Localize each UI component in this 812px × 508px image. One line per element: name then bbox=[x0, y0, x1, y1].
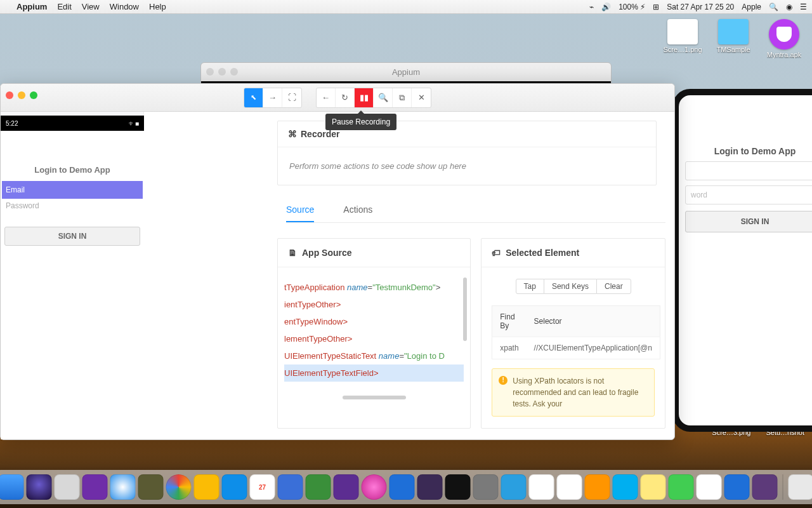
close-icon: ✕ bbox=[418, 93, 425, 102]
dock-app-icon[interactable] bbox=[585, 474, 610, 500]
back-button[interactable]: ← bbox=[317, 88, 336, 107]
tap-button[interactable]: Tap bbox=[516, 279, 544, 294]
locator-value-cell: //XCUIElementTypeApplication[@n bbox=[527, 337, 660, 359]
table-row[interactable]: xpath //XCUIElementTypeApplication[@n bbox=[492, 337, 660, 359]
status-icons: ᯤ■ bbox=[129, 120, 139, 127]
dock-app-icon[interactable] bbox=[724, 474, 750, 500]
screenshot-password-field[interactable]: Password bbox=[2, 199, 143, 217]
pause-recording-tooltip: Pause Recording bbox=[325, 114, 396, 130]
dock-siri-icon[interactable] bbox=[27, 474, 52, 500]
locator-table: Find By Selector xpath //XCUIElementType… bbox=[492, 305, 660, 359]
dock-terminal-icon[interactable] bbox=[445, 474, 471, 500]
wifi-icon[interactable]: ⌁ bbox=[589, 3, 594, 11]
tab-actions[interactable]: Actions bbox=[343, 204, 372, 222]
source-tree[interactable]: tTypeApplication name="TestmunkDemo"> ie… bbox=[278, 267, 470, 401]
dock-qt-icon[interactable] bbox=[669, 474, 694, 500]
dock-calendar-icon[interactable]: 27 bbox=[250, 474, 275, 500]
tap-by-coordinates-button[interactable]: ⛶ bbox=[282, 88, 301, 107]
menubar-date[interactable]: Sat 27 Apr 17 25 20 bbox=[667, 3, 734, 11]
screenshot-signin-button[interactable]: SIGN IN bbox=[4, 227, 140, 246]
siri-icon[interactable]: ◉ bbox=[786, 3, 792, 11]
dock-app-icon[interactable] bbox=[529, 474, 554, 500]
sim-password-field[interactable]: word bbox=[685, 185, 812, 204]
device-screenshot[interactable]: 5:22 ᯤ■ Login to Demo App Email Password… bbox=[1, 116, 144, 439]
close-icon[interactable] bbox=[206, 68, 214, 76]
arrow-right-icon: → bbox=[268, 93, 277, 102]
sim-email-field[interactable] bbox=[685, 161, 812, 180]
inspector-tabs: Source Actions bbox=[286, 204, 665, 223]
session-actions-group: ← ↻ ▮▮ 🔍 ⧉ ✕ bbox=[316, 88, 431, 108]
dock-settings-icon[interactable] bbox=[473, 474, 499, 500]
close-icon[interactable] bbox=[6, 91, 13, 99]
menu-help[interactable]: Help bbox=[149, 2, 166, 11]
appium-server-window-titlebar[interactable]: Appium bbox=[200, 62, 612, 84]
zoom-icon[interactable] bbox=[30, 91, 37, 99]
dock-appstore-icon[interactable] bbox=[501, 474, 527, 500]
copy-xml-button[interactable]: ⧉ bbox=[393, 88, 412, 107]
dock-chrome-icon[interactable] bbox=[166, 474, 192, 500]
tab-source[interactable]: Source bbox=[286, 204, 314, 222]
minimize-icon[interactable] bbox=[18, 91, 25, 99]
menubar-appname[interactable]: Appium bbox=[16, 2, 47, 11]
battery-status[interactable]: 100% ⚡︎ bbox=[619, 3, 645, 11]
dock-visual-studio-icon[interactable] bbox=[334, 474, 359, 500]
desktop-folder-tmsample[interactable]: TMSample bbox=[713, 19, 754, 58]
minimize-icon[interactable] bbox=[218, 68, 226, 76]
screenshot-email-field-selected[interactable]: Email bbox=[2, 181, 143, 199]
dock-teamviewer-icon[interactable] bbox=[222, 474, 247, 500]
menu-edit[interactable]: Edit bbox=[57, 2, 71, 11]
dock-trash-icon[interactable] bbox=[789, 474, 813, 500]
clear-button[interactable]: Clear bbox=[596, 279, 631, 294]
menu-view[interactable]: View bbox=[82, 2, 100, 11]
dock-obs-icon[interactable] bbox=[752, 474, 778, 500]
horizontal-scrollbar[interactable] bbox=[343, 396, 406, 399]
desktop-file-screenshot1[interactable]: Scre…1.png bbox=[662, 19, 703, 58]
dock-app-icon[interactable] bbox=[82, 474, 108, 500]
dock-android-studio-icon[interactable] bbox=[306, 474, 331, 500]
dock-app-icon[interactable] bbox=[278, 474, 303, 500]
refresh-button[interactable]: ↻ bbox=[336, 88, 355, 107]
desktop-file-label: Scre…1.png bbox=[663, 46, 702, 53]
dock-safari-icon[interactable] bbox=[110, 474, 136, 500]
notification-center-icon[interactable]: ☰ bbox=[800, 3, 807, 11]
selected-element-panel: 🏷 Selected Element Tap Send Keys Clear F… bbox=[481, 238, 665, 429]
source-tree-node[interactable]: UIElementTypeStaticText name="Login to D bbox=[284, 347, 464, 364]
menu-window[interactable]: Window bbox=[110, 2, 139, 11]
pause-recording-button[interactable]: ▮▮ bbox=[355, 88, 374, 107]
source-tree-node[interactable]: ientTypeOther> bbox=[284, 296, 464, 313]
search-icon: 🔍 bbox=[378, 93, 388, 102]
spotlight-icon[interactable]: 🔍 bbox=[769, 3, 778, 11]
send-keys-button[interactable]: Send Keys bbox=[544, 279, 596, 294]
select-element-button[interactable]: ⬉ bbox=[244, 88, 263, 107]
dock-vnc-icon[interactable] bbox=[697, 474, 722, 500]
zoom-icon[interactable] bbox=[230, 68, 238, 76]
source-tree-node[interactable]: entTypeWindow> bbox=[284, 313, 464, 330]
vertical-scrollbar[interactable] bbox=[463, 277, 467, 341]
source-tree-node[interactable]: lementTypeOther> bbox=[284, 330, 464, 347]
image-file-icon bbox=[667, 19, 698, 44]
dock-app-icon[interactable] bbox=[138, 474, 164, 500]
control-center-icon[interactable]: ⊞ bbox=[653, 3, 659, 11]
inspector-titlebar[interactable]: ⬉ → ⛶ ← ↻ ▮▮ 🔍 ⧉ ✕ Pause Recording bbox=[1, 84, 674, 112]
quit-session-button[interactable]: ✕ bbox=[412, 88, 431, 107]
dock-app-icon[interactable] bbox=[194, 474, 219, 500]
search-element-button[interactable]: 🔍 bbox=[374, 88, 393, 107]
dock-itunes-icon[interactable] bbox=[362, 474, 387, 500]
source-tree-node-selected[interactable]: UIElementTypeTextField> bbox=[284, 364, 464, 382]
source-tree-node[interactable]: tTypeApplication name="TestmunkDemo"> bbox=[284, 279, 464, 296]
dock-notes-icon[interactable] bbox=[641, 474, 666, 500]
dock-eclipse-icon[interactable] bbox=[417, 474, 443, 500]
device-statusbar: 5:22 ᯤ■ bbox=[1, 116, 144, 131]
dock-skype-icon[interactable] bbox=[613, 474, 638, 500]
dock-app-icon[interactable] bbox=[557, 474, 582, 500]
menubar-user[interactable]: Apple bbox=[742, 3, 761, 11]
volume-icon[interactable]: 🔊 bbox=[601, 3, 611, 11]
sim-signin-button[interactable]: SIGN IN bbox=[685, 211, 812, 232]
swipe-by-coordinates-button[interactable]: → bbox=[263, 88, 282, 107]
desktop-file-myntra-apk[interactable]: Myntra.apk bbox=[764, 19, 804, 58]
ios-simulator-window[interactable]: Login to Demo App word SIGN IN bbox=[672, 89, 812, 432]
macos-menubar: Appium Edit View Window Help ⌁ 🔊 100% ⚡︎… bbox=[0, 0, 812, 14]
dock-vscode-icon[interactable] bbox=[390, 474, 415, 500]
dock-launchpad-icon[interactable] bbox=[55, 474, 80, 500]
dock-finder-icon[interactable] bbox=[0, 474, 24, 500]
